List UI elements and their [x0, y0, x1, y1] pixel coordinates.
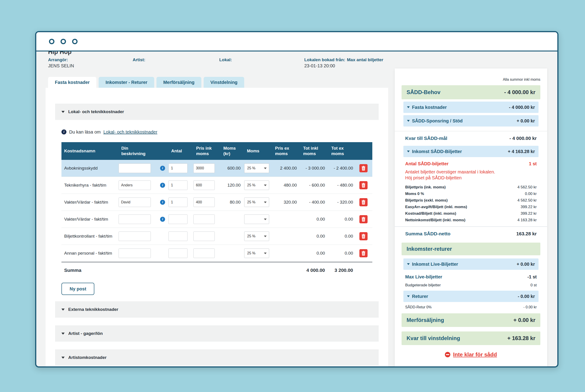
- section-artistomkostnader[interactable]: Artistomkostnader: [55, 350, 379, 366]
- info-text: Du kan läsa om: [69, 130, 101, 135]
- delete-row-button[interactable]: [360, 181, 368, 189]
- delete-row-button[interactable]: [360, 249, 368, 257]
- inkomst-sadd-biljetter-bar[interactable]: Inkomst SÅDD-Biljetter + 4 163.28 kr: [404, 146, 538, 157]
- trash-icon: [362, 166, 366, 170]
- moms-select[interactable]: 25 %: [244, 232, 269, 241]
- info-icon[interactable]: [160, 166, 165, 171]
- antal-input[interactable]: [168, 248, 188, 258]
- tab-inkomster-returer[interactable]: Inkomster - Returer: [99, 77, 154, 88]
- col-header: Antal: [168, 148, 194, 154]
- desc-input[interactable]: [118, 214, 151, 224]
- info-icon[interactable]: [160, 200, 165, 205]
- merforsaljning-bar: Merförsäljning + 0.00 kr: [402, 313, 540, 327]
- pris-input[interactable]: [194, 232, 215, 241]
- window-control-icon[interactable]: [72, 39, 78, 44]
- detail-row: Biljettpris (ink. moms) 4 562.50 kr: [402, 184, 540, 190]
- window-titlebar: [36, 32, 557, 52]
- table-row: Biljettkontrollant - fakt/tim 25 % 0.00 …: [62, 228, 372, 245]
- desc-input[interactable]: [118, 248, 151, 258]
- summa-netto-label: Summa SÅDD-netto: [405, 231, 450, 236]
- ny-post-button[interactable]: Ny post: [62, 283, 94, 295]
- detail-row: EasyArr-avgift/Biljett (inkl. moms) 399.…: [402, 204, 540, 210]
- col-header: Tot ex moms: [328, 146, 354, 156]
- section-lokal-teknikkostnader[interactable]: Lokal- och teknikkostnader: [55, 104, 379, 120]
- minus-circle-icon: [445, 352, 450, 357]
- tab-merforsaljning[interactable]: Merförsäljning: [156, 77, 201, 88]
- tot-ex-value: - 320.00: [328, 200, 357, 205]
- desc-input[interactable]: [118, 232, 151, 241]
- chevron-down-icon: [62, 357, 64, 359]
- chevron-down-icon: [407, 296, 410, 297]
- sadd-retur-label: SÅDD-Retur 0%: [405, 305, 432, 309]
- antal-input[interactable]: [168, 180, 188, 190]
- moms-select[interactable]: [244, 214, 269, 224]
- inkomst-live-label: Inkomst Live-Biljetter: [412, 262, 458, 267]
- merforsaljning-label: Merförsäljning: [406, 317, 444, 323]
- moms-select[interactable]: 25 %: [244, 198, 269, 207]
- detail-label: Biljettpris (ink. moms): [405, 185, 446, 190]
- desc-input[interactable]: [118, 164, 151, 173]
- desc-input[interactable]: [118, 198, 151, 207]
- detail-label: EasyArr-avgift/Biljett (inkl. moms): [405, 205, 467, 209]
- section-artist-gager-lon[interactable]: Artist - gager/lön: [55, 325, 379, 342]
- delete-row-button[interactable]: [360, 232, 368, 240]
- section-externa-teknikkostnader[interactable]: Externa teknikkostnader: [55, 301, 379, 318]
- antal-input[interactable]: [168, 164, 188, 173]
- col-header: Pris ex moms: [272, 146, 297, 156]
- tot-ex-value: 0.00: [328, 251, 357, 256]
- meta-value: 23-01-13 20:00: [304, 63, 345, 68]
- warning-line: Antalet biljetter överstiger maxantal i …: [405, 169, 537, 175]
- section-title: Artistomkostnader: [68, 355, 106, 360]
- chevron-down-icon: [407, 106, 410, 108]
- tab-vinstdelning[interactable]: Vinstdelning: [204, 77, 244, 88]
- meta-label: Artist:: [133, 57, 145, 62]
- meta-label: Lokalen bokad från:: [304, 57, 345, 62]
- pris-input[interactable]: [194, 198, 215, 207]
- detail-row: Kostnad/Biljett (inkl. moms) 399.22 kr: [402, 210, 540, 217]
- max-live-label: Max Live-biljetter: [405, 274, 442, 280]
- moms-select[interactable]: 25 %: [244, 248, 269, 258]
- antal-input[interactable]: [168, 198, 188, 207]
- tab-fasta-kostnader[interactable]: Fasta kostnader: [48, 77, 96, 88]
- delete-row-button[interactable]: [360, 164, 368, 172]
- meta-artist: Artist:: [133, 57, 145, 63]
- moms-select[interactable]: 25 %: [244, 180, 269, 190]
- antal-input[interactable]: [168, 214, 188, 224]
- warning-line: Höj priset på SÅDD-biljetten: [405, 175, 537, 181]
- kvar-vinstdelning-bar: Kvar till vinstdelning + 163.28 kr: [402, 332, 540, 345]
- moms-kr-value: 80.00: [220, 200, 244, 205]
- chevron-down-icon: [62, 308, 64, 310]
- info-icon[interactable]: [160, 217, 165, 222]
- returer-label: Returer: [412, 294, 428, 299]
- window-control-icon[interactable]: [60, 39, 66, 44]
- summa-row: Summa 4 000.00 3 200.00: [62, 262, 372, 278]
- sadd-sponsring-bar[interactable]: SÅDD-Sponsring / Stöd + 0.00 kr: [404, 115, 538, 126]
- detail-value: 4 562.50 kr: [518, 198, 537, 203]
- lokal-teknikkostnader-link[interactable]: Lokal- och teknikkostnader: [104, 130, 157, 135]
- pris-input[interactable]: [194, 180, 215, 190]
- desc-input[interactable]: [118, 180, 151, 190]
- cost-name: Teknikerhyra - fakt/tim: [62, 183, 118, 188]
- meta-label: Lokal:: [219, 57, 232, 62]
- inkomst-live-biljetter-bar[interactable]: Inkomst Live-Biljetter + 0.00 kr: [404, 258, 538, 270]
- fasta-kostnader-bar[interactable]: Fasta kostnader - 4 000.00 kr: [404, 102, 538, 113]
- returer-bar[interactable]: Returer - 0.00 kr: [404, 291, 538, 302]
- info-icon[interactable]: [160, 183, 165, 188]
- delete-row-button[interactable]: [360, 215, 368, 223]
- chevron-down-icon: [407, 120, 410, 122]
- pris-ex-value: 480.00: [272, 183, 300, 188]
- moms-select[interactable]: 25 %: [244, 164, 269, 173]
- pris-input[interactable]: [194, 248, 215, 258]
- inkomster-returer-bar: Inkomster-returer: [402, 242, 540, 255]
- fasta-kostnader-value: - 4 000.00 kr: [509, 105, 535, 110]
- moms-selected-value: 25 %: [247, 234, 255, 238]
- window-control-icon[interactable]: [49, 39, 54, 44]
- pris-input[interactable]: [194, 214, 215, 224]
- delete-row-button[interactable]: [360, 198, 368, 206]
- summa-sadd-netto-row: Summa SÅDD-netto 163.28 kr: [402, 230, 540, 237]
- moms-selected-value: 25 %: [247, 183, 255, 187]
- antal-input[interactable]: [168, 232, 188, 241]
- pris-input[interactable]: [194, 164, 215, 173]
- cost-name: Vakter/Värdar - fakt/tim: [62, 200, 118, 205]
- chevron-down-icon: [62, 111, 64, 113]
